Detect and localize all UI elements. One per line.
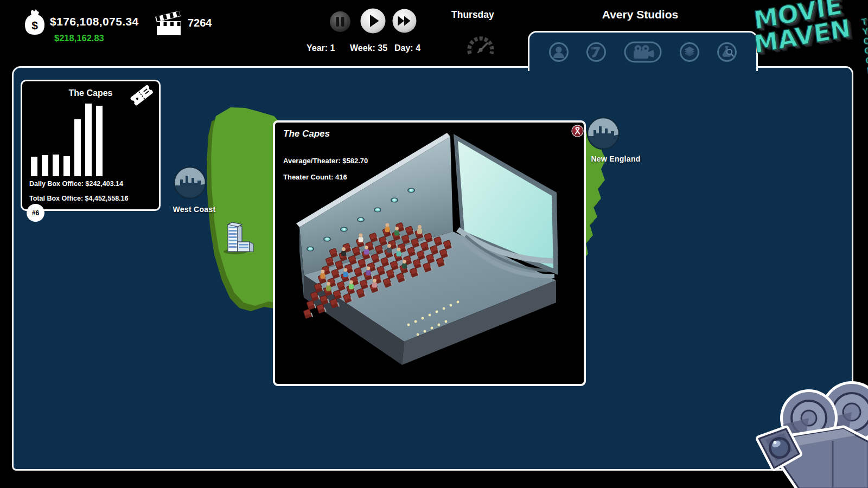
total-box-office: Total Box Office: $4,452,558.16 [29,195,129,202]
tab-movies[interactable] [623,41,662,63]
movie-stats-panel[interactable]: The Capes Daily Box Office: $242,403.14 … [21,80,161,211]
film-count: 7264 [188,17,212,29]
box-office-bar [74,119,81,176]
box-office-bar [85,104,92,176]
play-icon [360,8,386,34]
layers-icon [679,41,700,63]
box-office-bar [53,155,59,176]
money-bag-icon: $ [24,7,46,38]
pause-icon [329,11,351,33]
audience-member [321,270,326,279]
year-label: Year: 1 [307,43,335,53]
rank-badge: #6 [27,204,44,222]
day-label: Day: 4 [394,43,420,53]
weekday-label: Thursday [451,9,494,21]
theater-count: Theater Count: 416 [283,173,347,181]
close-ribbon-icon [571,125,584,137]
audience-member [326,282,331,291]
cash-delta: $218,162.83 [54,33,104,43]
studio-name: Avery Studios [559,8,722,21]
audience-member [394,227,399,235]
ticket-icon [127,82,157,107]
box-office-bar [63,156,70,176]
tab-talent[interactable] [548,41,570,63]
play-button[interactable] [360,8,386,35]
audience-member [417,225,422,234]
clapperboard-icon [154,9,183,37]
fast-forward-icon [392,9,417,33]
audience-member [387,244,392,253]
pause-button[interactable] [329,11,351,34]
audience-member [359,234,363,242]
fast-forward-button[interactable] [392,9,417,35]
tab-panel [528,31,758,71]
tab-scripts[interactable] [585,41,607,63]
theater-seat [303,309,313,319]
audience-member [372,279,377,287]
week-label: Week: 35 [350,43,387,53]
box-office-bar [96,106,103,176]
research-flask-icon [716,41,738,63]
movie-camera-icon [623,41,662,63]
logo-vertical: TYCOON [859,16,868,76]
close-button[interactable] [571,125,584,137]
movie-camera-illustration [751,371,868,488]
average-per-theater: Average/Theater: $582.70 [283,157,368,165]
audience-member [366,267,371,275]
gauge-icon[interactable] [464,31,498,64]
tab-archive[interactable] [679,41,700,63]
audience-member [397,248,401,256]
popup-movie-title: The Capes [283,129,330,139]
box-office-bar-chart [31,100,103,176]
region-label-new-england: New England [583,155,648,163]
box-office-bar [31,157,37,176]
dollar-glyph: $ [31,19,38,31]
scroll-icon [585,41,607,63]
audience-member [349,280,354,289]
box-office-bar [42,155,48,176]
game-screen: West Coast New England $ $176,108,075.34… [0,0,868,488]
audience-member [385,223,390,232]
audience-member [341,247,346,256]
theater-popup: The Capes Average/Theater: $582.70 Theat… [273,120,586,386]
game-logo: MOVIE MAVEN TYCOON [752,0,868,118]
daily-box-office: Daily Box Office: $242,403.14 [29,180,123,188]
audience-member [364,246,369,254]
audience-member [402,260,407,268]
person-icon [548,41,570,63]
region-label-west-coast: West Coast [162,205,227,214]
cash-total: $176,108,075.34 [50,15,139,28]
tab-research[interactable] [716,41,738,63]
audience-member [343,268,348,277]
